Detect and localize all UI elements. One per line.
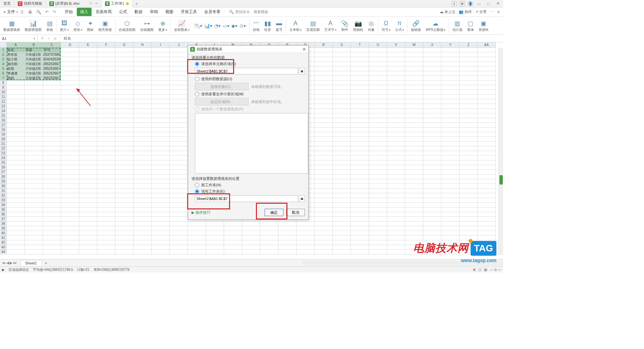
tab-dev[interactable]: 开发工具 xyxy=(177,8,200,16)
attachment-button[interactable]: 📎附件 xyxy=(339,18,351,34)
all-charts-button[interactable]: 📈全部图表▾ xyxy=(172,18,192,34)
confirm-fx-icon[interactable]: ✓ xyxy=(47,36,50,41)
slicer-button[interactable]: ▥切片器 xyxy=(450,18,465,34)
view-normal-icon[interactable]: ⊞ xyxy=(473,268,476,271)
spreadsheet-icon: S xyxy=(105,1,110,6)
radio-existing-sheet[interactable]: 现有工作表(E): xyxy=(195,189,305,194)
view-layout-icon[interactable]: ▤ xyxy=(484,268,487,271)
refresh-icon[interactable]: ⟳ xyxy=(90,2,92,5)
header-footer-button[interactable]: ▤页眉页脚 xyxy=(304,18,322,34)
sheet-nav-prev-icon[interactable]: ◀ xyxy=(6,261,9,265)
dialog-titlebar: S 创建数据透视表 ✕ xyxy=(188,46,308,53)
textbox-button[interactable]: A文本框▾ xyxy=(287,18,304,34)
undo-icon[interactable]: ↶ xyxy=(45,10,49,14)
pivot-chart-button[interactable]: 📊数据透视图 xyxy=(23,18,44,34)
line-icon: 〰 xyxy=(253,19,259,28)
location-picker-icon[interactable]: ▣ xyxy=(299,195,305,202)
zoom-slider[interactable]: — ⊙ — xyxy=(490,268,501,271)
camera-button[interactable]: 📷照相机 xyxy=(351,18,365,34)
tab-shared-file[interactable]: S[共享]姓名.xlsx⟳✕ xyxy=(46,0,102,7)
icons-button[interactable]: ✦图标 xyxy=(85,18,96,34)
record-icon[interactable]: ▶ xyxy=(2,268,5,271)
radio-new-sheet[interactable]: 新工作表(N) xyxy=(195,183,305,188)
form-button[interactable]: ▢窗体 xyxy=(465,18,476,34)
badge-icon[interactable]: 2 xyxy=(451,1,457,6)
more-icon[interactable]: ⋯ xyxy=(490,10,494,14)
range-input[interactable] xyxy=(195,68,298,74)
hyperlink-button[interactable]: 🔗超链接 xyxy=(409,18,423,34)
symbol-button[interactable]: Ω符号▾ xyxy=(380,18,392,34)
user-icon[interactable]: 👤 xyxy=(468,1,473,6)
horizontal-scrollbar[interactable] xyxy=(302,261,503,265)
mindmap-button[interactable]: ⊶在线脑图 xyxy=(138,18,156,34)
cloud-status[interactable]: ☁ 未上云 xyxy=(440,9,455,14)
fx-icon[interactable]: fx xyxy=(54,37,57,41)
close-button[interactable]: ✕ xyxy=(494,1,501,6)
cancel-fx-icon[interactable]: ✕ xyxy=(41,36,44,41)
ok-button[interactable]: 确定 xyxy=(265,209,283,216)
chart-types[interactable]: 📉▾📊▾ ◔▾▭▾ ◆▾⊙▾ xyxy=(192,18,248,34)
add-sheet-button[interactable]: + xyxy=(42,260,50,266)
location-input[interactable] xyxy=(195,195,298,202)
hamburger-icon[interactable]: ≡ xyxy=(3,10,6,14)
tab-current-workbook[interactable]: S工作簿1 xyxy=(102,0,132,7)
picture-button[interactable]: 🖼图片▾ xyxy=(58,18,71,34)
save-icon[interactable]: 🗋 xyxy=(20,10,24,14)
mindmap-icon: ⊶ xyxy=(144,19,150,28)
apps-icon[interactable]: ⊞ xyxy=(460,1,465,6)
formula-input[interactable]: 姓名 xyxy=(60,36,74,41)
more-button[interactable]: ⊕更多▾ xyxy=(156,18,169,34)
maximize-button[interactable]: □ xyxy=(485,1,492,6)
pivot-table-button[interactable]: ▦数据透视表 xyxy=(1,18,22,34)
range-picker-icon[interactable]: ▣ xyxy=(299,68,305,74)
ribbon: ▦数据透视表 📊数据透视图 ▤表格 🖼图片▾ ◇形状▾ ✦图标 ▣稻壳资源 ⬡在… xyxy=(0,17,503,35)
sheet-tab[interactable]: Sheet1 xyxy=(20,260,42,266)
tab-data[interactable]: 数据 xyxy=(131,8,146,16)
dialog-close-button[interactable]: ✕ xyxy=(302,47,306,52)
resource-button[interactable]: ▣稻壳资源 xyxy=(96,18,114,34)
radio-multi[interactable]: 使用多重合并计算区域(M) xyxy=(195,92,305,97)
tab-review[interactable]: 审阅 xyxy=(147,8,161,16)
tab-start[interactable]: 开始 xyxy=(61,8,76,16)
flowchart-button[interactable]: ⬡在线流程图 xyxy=(117,18,138,34)
preview-icon[interactable]: 🔍 xyxy=(36,10,41,14)
tab-layout[interactable]: 页面布局 xyxy=(92,8,115,16)
minimize-button[interactable]: — xyxy=(476,1,482,6)
print-icon[interactable]: 🖶 xyxy=(28,10,32,14)
collapse-ribbon-icon[interactable]: ∧ xyxy=(497,10,500,14)
tab-formula[interactable]: 公式 xyxy=(116,8,130,16)
view-page-icon[interactable]: ▢ xyxy=(478,268,481,271)
vertical-scrollbar[interactable] xyxy=(498,48,503,255)
command-search[interactable]: 🔍查找命令、搜索模板 xyxy=(229,9,268,14)
tab-home[interactable]: 首页 xyxy=(0,0,14,7)
cloud-data-button[interactable]: ☁WPS云数据▾ xyxy=(424,18,447,34)
tab-insert[interactable]: 插入 xyxy=(77,8,92,16)
sparkline-line[interactable]: 〰折线 xyxy=(251,18,262,34)
radio-external[interactable]: 使用外部数据源(U) xyxy=(195,77,305,82)
tab-vip[interactable]: 会员专享 xyxy=(201,8,224,16)
resource-folder-button[interactable]: ▣资源夹 xyxy=(477,18,491,34)
shapes-button[interactable]: ◇形状▾ xyxy=(71,18,84,34)
object-button[interactable]: ◎对象 xyxy=(366,18,377,34)
radio-cell-range[interactable]: 请选择单元格区域(S): xyxy=(195,61,305,66)
table-button[interactable]: ▤表格 xyxy=(44,18,55,34)
coop-button[interactable]: 👥 协作 xyxy=(459,9,472,14)
cancel-button[interactable]: 取消 xyxy=(286,209,305,216)
wordart-button[interactable]: A艺术字▾ xyxy=(322,18,338,34)
name-box[interactable]: A1▾ xyxy=(0,35,38,42)
sheet-nav-last-icon[interactable]: ⏭ xyxy=(13,261,17,265)
tips-link[interactable]: ▶操作技巧 xyxy=(192,210,210,215)
sparkline-winloss[interactable]: ▬盈亏 xyxy=(274,18,284,34)
sheet-nav-first-icon[interactable]: ⏮ xyxy=(2,261,6,265)
pivot-chart-icon: 📊 xyxy=(30,19,37,28)
sparkline-column[interactable]: ▮▮柱形 xyxy=(262,18,273,34)
sheet-nav-next-icon[interactable]: ▶ xyxy=(10,261,12,265)
share-button[interactable]: ↗ 分享 xyxy=(475,9,487,14)
redo-icon[interactable]: ↷ xyxy=(53,10,56,14)
status-sum: 求和=266亿3899万0779 xyxy=(94,267,129,272)
tab-view[interactable]: 视图 xyxy=(162,8,177,16)
equation-button[interactable]: π公式▾ xyxy=(393,18,406,34)
file-menu[interactable]: 文件 xyxy=(7,9,15,15)
tab-template[interactable]: D找稻壳模板 xyxy=(14,0,46,7)
new-tab-button[interactable]: + xyxy=(132,1,141,6)
